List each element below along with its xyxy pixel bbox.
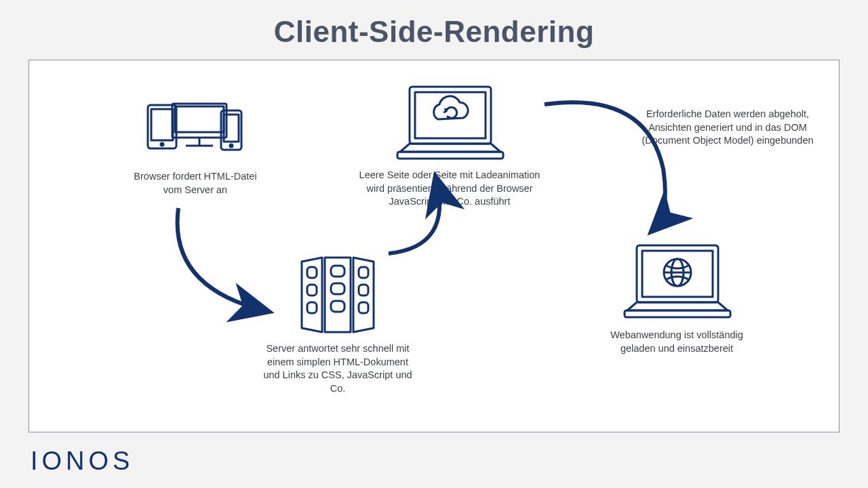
laptop-loading-icon [348, 78, 551, 166]
diagram-title: Client-Side-Rendering [0, 0, 868, 49]
svg-rect-13 [331, 266, 344, 277]
node-caption: Leere Seite oder Seite mit Ladeanimation… [348, 166, 551, 209]
diagram-frame: Browser fordert HTML-Datei vom Server an [28, 60, 840, 432]
node-caption: Server antwortet sehr schnell mit einem … [253, 338, 422, 395]
ionos-logo: IONOS [31, 447, 134, 476]
node-loading-page: Leere Seite oder Seite mit Ladeanimation… [348, 78, 551, 209]
svg-rect-20 [415, 92, 486, 138]
svg-rect-14 [331, 283, 344, 294]
node-browser-request: Browser fordert HTML-Datei vom Server an [114, 94, 277, 197]
node-dom-binding: Erforderliche Daten werden abgeholt, Ans… [639, 108, 816, 148]
svg-point-9 [230, 144, 233, 147]
devices-icon [114, 94, 277, 167]
svg-rect-1 [175, 106, 224, 132]
node-caption: Webanwendung ist vollständig geladen und… [578, 325, 775, 355]
svg-rect-5 [151, 109, 173, 140]
node-server-response: Server antwortet sehr schnell mit einem … [253, 250, 422, 395]
node-caption: Erforderliche Daten werden abgeholt, Ans… [639, 108, 816, 148]
svg-rect-12 [307, 302, 317, 313]
node-caption: Browser fordert HTML-Datei vom Server an [114, 167, 277, 197]
svg-rect-21 [397, 152, 503, 159]
svg-rect-15 [331, 301, 344, 312]
svg-rect-10 [307, 267, 317, 278]
svg-rect-11 [307, 285, 317, 296]
node-loaded-app: Webanwendung ist vollständig geladen und… [578, 237, 775, 355]
laptop-globe-icon [578, 237, 775, 325]
server-icon [253, 250, 422, 338]
svg-rect-24 [625, 310, 730, 317]
svg-rect-23 [642, 251, 713, 297]
svg-rect-16 [359, 267, 368, 278]
svg-rect-17 [359, 285, 368, 296]
svg-rect-18 [359, 302, 368, 313]
svg-point-6 [161, 143, 163, 146]
svg-rect-22 [637, 245, 718, 302]
